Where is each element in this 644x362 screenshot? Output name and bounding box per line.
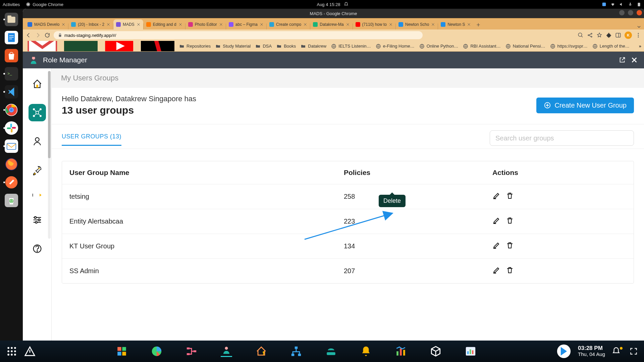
bookmark-item[interactable]: https://svgspr…: [550, 44, 588, 49]
wifi-icon[interactable]: [610, 2, 615, 7]
collapse-handle-icon[interactable]: [32, 189, 43, 201]
dock-mail[interactable]: [3, 137, 20, 155]
volume-icon[interactable]: [619, 2, 624, 7]
browser-tab[interactable]: MADS: [113, 19, 143, 29]
gmail-icon[interactable]: [25, 41, 59, 52]
dock-trash[interactable]: [3, 192, 20, 209]
bookmark-star-icon[interactable]: [596, 32, 602, 38]
rail-scrollbar[interactable]: [48, 71, 51, 239]
panel-pie-icon[interactable]: [151, 346, 162, 357]
tab-close-icon[interactable]: [219, 22, 223, 26]
battery-icon[interactable]: [637, 2, 641, 7]
tab-close-icon[interactable]: [260, 22, 264, 26]
zoom-icon[interactable]: [578, 32, 584, 38]
panel-clock[interactable]: 03:28 PM Thu, 04 Aug: [578, 345, 605, 357]
panel-home-key-icon[interactable]: [256, 346, 267, 357]
open-external-icon[interactable]: [619, 56, 626, 64]
browser-tab[interactable]: Photo Editor: [185, 19, 226, 29]
notification-bell-icon[interactable]: [344, 2, 348, 7]
rail-users[interactable]: [29, 133, 46, 150]
browser-tab[interactable]: Newton Scho: [396, 19, 438, 29]
panel-role-manager-icon[interactable]: [221, 346, 232, 357]
delete-icon[interactable]: [506, 266, 514, 274]
bookmark-icon-1[interactable]: [64, 41, 98, 52]
tab-close-icon[interactable]: [178, 22, 182, 26]
tab-user-groups[interactable]: USER GROUPS (13): [62, 133, 121, 146]
rail-home[interactable]: [29, 75, 46, 93]
new-tab-button[interactable]: [474, 20, 483, 29]
edit-icon[interactable]: [492, 266, 500, 274]
tabs-overflow-button[interactable]: [634, 24, 644, 29]
profile-avatar[interactable]: K: [625, 32, 632, 39]
close-icon[interactable]: [631, 56, 638, 64]
share-icon[interactable]: [587, 32, 593, 38]
panel-chart-icon[interactable]: [465, 346, 476, 357]
browser-tab[interactable]: abc – Figma: [226, 19, 266, 29]
tab-close-icon[interactable]: [137, 22, 141, 26]
panel-bell-outline-icon[interactable]: [612, 347, 621, 356]
bookmark-item[interactable]: Datakrew: [301, 44, 326, 49]
rail-launch[interactable]: [29, 162, 46, 179]
panel-flow-icon[interactable]: [186, 346, 197, 357]
activities-label[interactable]: Activities: [3, 2, 20, 7]
panel-fullscreen-icon[interactable]: [629, 347, 638, 356]
bookmark-item[interactable]: National Pensi…: [505, 44, 545, 49]
panel-hierarchy-icon[interactable]: [290, 346, 302, 357]
minimize-button[interactable]: [619, 10, 625, 15]
bookmark-item[interactable]: DSA: [255, 44, 272, 49]
tab-close-icon[interactable]: [106, 22, 110, 26]
browser-tab[interactable]: (7110) how to: [353, 19, 395, 29]
chrome-titlebar[interactable]: MADS - Google Chrome: [23, 9, 644, 18]
bookmark-item[interactable]: Length of the…: [592, 44, 630, 49]
apps-grid-icon[interactable]: [6, 346, 17, 357]
search-user-groups[interactable]: [490, 130, 634, 146]
dock-vscode[interactable]: [3, 83, 20, 101]
bookmarks-overflow[interactable]: »: [639, 44, 641, 49]
bookmark-item[interactable]: Study Material: [215, 44, 251, 49]
dock-nautilus[interactable]: [3, 11, 20, 28]
bookmark-item[interactable]: Books: [276, 44, 296, 49]
browser-tab[interactable]: MADS Develo: [25, 19, 68, 29]
browser-tab[interactable]: Datakrew-Ma: [310, 19, 352, 29]
youtube-icon[interactable]: [102, 41, 136, 52]
close-window-button[interactable]: [637, 10, 642, 15]
panel-logo-icon[interactable]: [556, 344, 571, 359]
delete-icon[interactable]: [506, 192, 514, 200]
panel-dashboard-icon[interactable]: [116, 346, 127, 357]
browser-tab[interactable]: Newton S: [438, 19, 474, 29]
edit-icon[interactable]: [492, 241, 500, 249]
browser-tab[interactable]: (20) - Inbox - 2: [68, 19, 113, 29]
tab-close-icon[interactable]: [389, 22, 393, 26]
bookmark-item[interactable]: RBI Assistant…: [463, 44, 500, 49]
tab-close-icon[interactable]: [61, 22, 65, 26]
panel-bars-icon[interactable]: [395, 346, 407, 357]
edit-icon[interactable]: [492, 217, 500, 225]
back-button[interactable]: [25, 32, 32, 38]
maximize-button[interactable]: [628, 10, 633, 15]
netflix-icon[interactable]: [141, 41, 175, 52]
mic-icon[interactable]: [628, 2, 633, 7]
search-input[interactable]: [495, 134, 628, 142]
kebab-menu-icon[interactable]: [635, 32, 641, 38]
forward-button[interactable]: [35, 32, 41, 38]
panel-bell-icon[interactable]: [360, 346, 372, 357]
edit-icon[interactable]: [492, 192, 500, 200]
omnibox[interactable]: [54, 31, 423, 39]
tab-close-icon[interactable]: [467, 22, 471, 26]
extensions-icon[interactable]: [606, 32, 612, 38]
dock-slack[interactable]: [3, 119, 20, 137]
rail-help[interactable]: [29, 240, 46, 257]
panel-cube-icon[interactable]: [430, 346, 441, 357]
warning-triangle-icon[interactable]: [24, 346, 36, 357]
dock-terminal[interactable]: >_: [3, 65, 20, 82]
reload-button[interactable]: [44, 32, 50, 38]
os-clock[interactable]: Aug 4 15:28: [317, 2, 340, 7]
side-panel-icon[interactable]: [615, 32, 621, 38]
dock-software[interactable]: [3, 47, 20, 64]
dock-firefox[interactable]: [3, 156, 20, 173]
bookmark-item[interactable]: IELTS Listenin…: [331, 44, 371, 49]
browser-tab[interactable]: Editing and d: [144, 19, 185, 29]
delete-icon[interactable]: [506, 241, 514, 249]
tab-close-icon[interactable]: [303, 22, 307, 26]
dock-chrome[interactable]: [3, 101, 20, 119]
